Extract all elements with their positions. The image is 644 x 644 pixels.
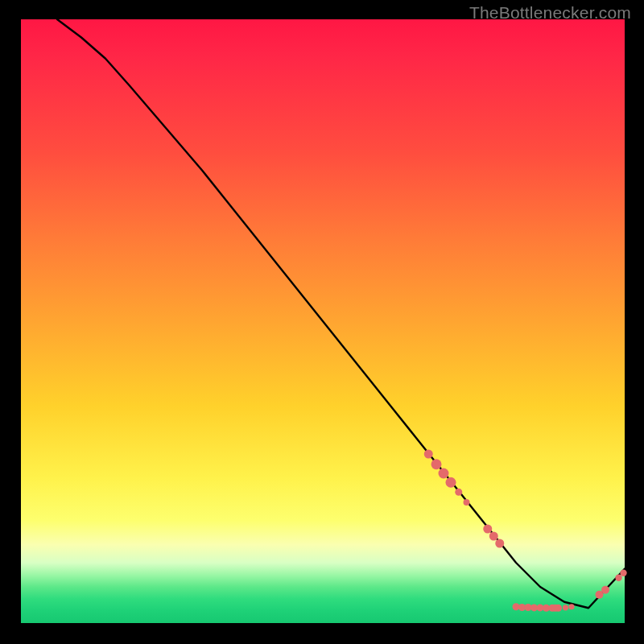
curve-line bbox=[57, 19, 625, 608]
data-point bbox=[439, 469, 449, 479]
chart-svg bbox=[21, 19, 625, 623]
data-point bbox=[431, 459, 442, 469]
data-point bbox=[483, 525, 492, 534]
data-point bbox=[424, 450, 433, 459]
data-point bbox=[615, 575, 621, 581]
chart-plot-area bbox=[21, 19, 625, 623]
attribution-label: TheBottlenecker.com bbox=[469, 3, 631, 23]
data-point bbox=[568, 604, 574, 609]
chart-stage: TheBottlenecker.com bbox=[0, 0, 644, 644]
data-point bbox=[489, 532, 498, 541]
data-point bbox=[464, 499, 470, 506]
data-point bbox=[620, 570, 626, 576]
data-point bbox=[446, 477, 456, 488]
data-point bbox=[495, 539, 504, 548]
data-point bbox=[455, 489, 462, 496]
data-point bbox=[551, 605, 559, 612]
data-point bbox=[601, 586, 609, 594]
data-point bbox=[563, 605, 568, 610]
